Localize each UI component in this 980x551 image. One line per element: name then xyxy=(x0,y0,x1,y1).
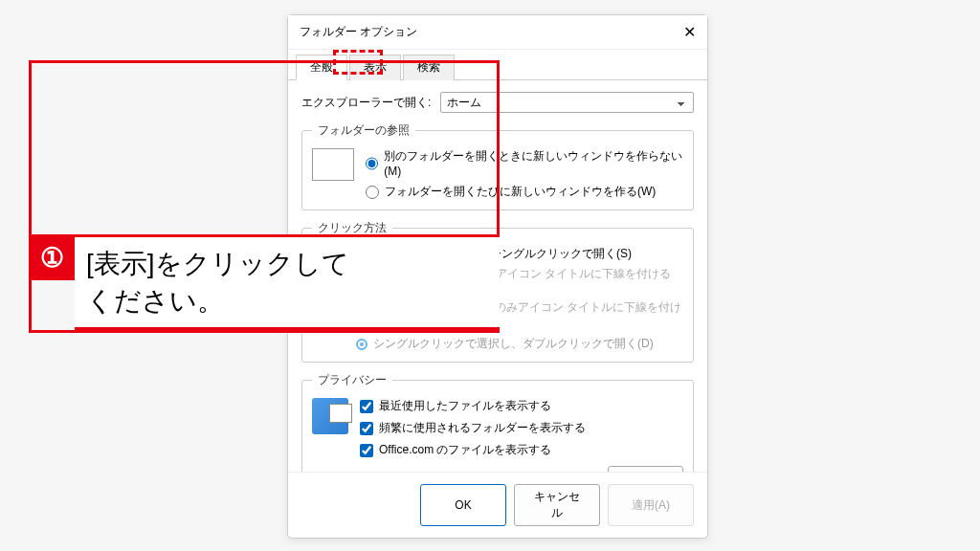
chk-recent-files[interactable]: 最近使用したファイルを表示する xyxy=(360,398,683,414)
annotation-number-badge: ① xyxy=(29,234,75,280)
apply-button: 適用(A) xyxy=(608,484,694,526)
radio-no-new-window[interactable]: 別のフォルダーを開くときに新しいウィンドウを作らない(M) xyxy=(366,148,683,178)
privacy-legend: プライバシー xyxy=(312,372,392,388)
close-icon[interactable]: ✕ xyxy=(683,23,696,41)
radio-dot-icon xyxy=(356,339,368,350)
chk-office-files[interactable]: Office.com のファイルを表示する xyxy=(360,442,683,458)
privacy-group: プライバシー 最近使用したファイルを表示する 頻繁に使用されるフォルダーを表示す… xyxy=(301,372,694,472)
dialog-button-row: OK キャンセル 適用(A) xyxy=(288,472,707,538)
radio-double-click[interactable]: シングルクリックで選択し、ダブルクリックで開く(D) xyxy=(356,336,683,352)
open-with-select[interactable]: ホーム xyxy=(440,92,694,113)
privacy-icon xyxy=(312,398,348,434)
tab-search[interactable]: 検索 xyxy=(403,55,455,80)
chk-frequent-folders[interactable]: 頻繁に使用されるフォルダーを表示する xyxy=(360,420,683,436)
radio-new-window[interactable]: フォルダーを開くたびに新しいウィンドウを作る(W) xyxy=(366,184,683,200)
tab-general[interactable]: 全般 xyxy=(296,55,347,80)
folder-browse-icon xyxy=(312,148,354,181)
tab-strip: 全般 表示 検索 xyxy=(288,50,707,80)
folder-browse-legend: フォルダーの参照 xyxy=(312,122,415,139)
tab-view[interactable]: 表示 xyxy=(349,55,401,80)
ok-button[interactable]: OK xyxy=(420,484,506,526)
open-with-label: エクスプローラーで開く: xyxy=(301,95,431,111)
titlebar: フォルダー オプション ✕ xyxy=(288,15,707,50)
dialog-title: フォルダー オプション xyxy=(300,24,417,40)
cancel-button[interactable]: キャンセル xyxy=(514,484,600,526)
annotation-instruction: [表示]をクリックして ください。 xyxy=(75,234,500,330)
folder-browse-group: フォルダーの参照 別のフォルダーを開くときに新しいウィンドウを作らない(M) フ… xyxy=(301,122,694,210)
